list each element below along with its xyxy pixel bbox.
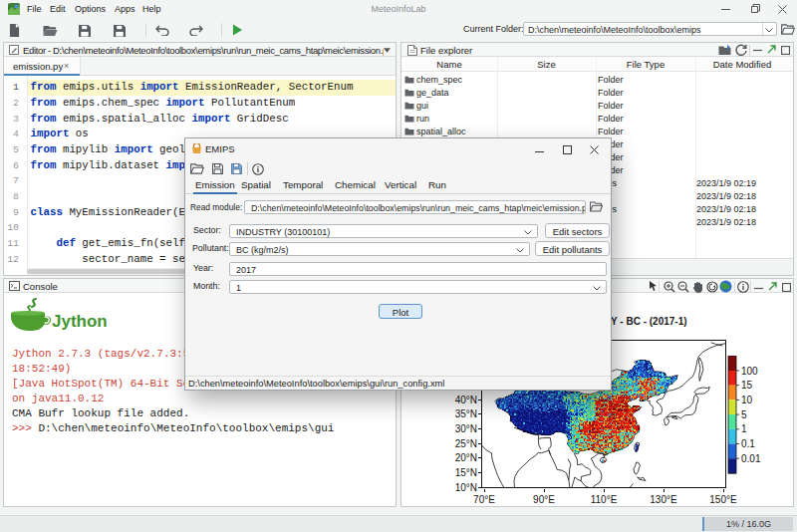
svg-text:1: 1 xyxy=(741,423,747,434)
svg-text:100: 100 xyxy=(741,366,758,377)
svg-text:10: 10 xyxy=(741,395,753,405)
svg-text:15: 15 xyxy=(741,380,753,391)
svg-text:0.01: 0.01 xyxy=(741,453,761,464)
svg-text:Jython: Jython xyxy=(52,312,108,331)
svg-text:5: 5 xyxy=(741,409,747,420)
svg-text:0.1: 0.1 xyxy=(741,438,755,449)
